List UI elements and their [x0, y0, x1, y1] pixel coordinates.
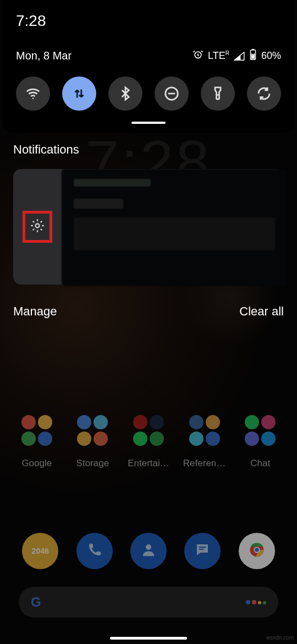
alarm-icon — [193, 49, 204, 63]
date-status-row: Mon, 8 Mar LTER 60% — [3, 33, 294, 71]
folder-chat[interactable]: Chat — [234, 411, 287, 469]
flashlight-toggle[interactable] — [201, 77, 235, 111]
clear-all-button[interactable]: Clear all — [239, 304, 284, 319]
notification-content-blurred — [62, 169, 287, 286]
svg-point-10 — [255, 548, 259, 552]
status-date: Mon, 8 Mar — [16, 50, 72, 62]
app-chrome[interactable] — [239, 533, 275, 569]
folder-reference[interactable]: Referen… — [178, 411, 231, 469]
network-type: LTER — [208, 50, 229, 62]
app-2048[interactable]: 2048 — [22, 533, 58, 569]
person-icon — [140, 542, 157, 560]
app-messages[interactable] — [184, 533, 221, 569]
battery-percentage: 60% — [261, 50, 281, 62]
status-icons: LTER 60% — [193, 48, 281, 63]
message-icon — [194, 542, 211, 560]
manage-button[interactable]: Manage — [13, 304, 57, 319]
assistant-icon[interactable] — [246, 600, 266, 604]
app-contacts[interactable] — [130, 533, 167, 569]
notification-shade: 7:28 Mon, 8 Mar LTER 60% — [3, 0, 294, 133]
bluetooth-toggle[interactable] — [108, 77, 142, 111]
shade-drag-handle[interactable] — [131, 122, 166, 124]
chrome-icon — [249, 542, 265, 560]
notification-card[interactable] — [13, 169, 284, 285]
phone-icon — [86, 542, 103, 560]
folder-google[interactable]: Google — [10, 411, 63, 469]
dnd-toggle[interactable] — [155, 77, 189, 111]
gear-icon — [30, 218, 45, 236]
svg-point-4 — [32, 98, 34, 100]
home-folders-row: Google Storage Entertai… Referen… Chat — [0, 411, 297, 469]
search-bar[interactable]: G — [19, 587, 278, 618]
svg-point-7 — [146, 544, 151, 550]
google-logo-icon: G — [31, 594, 41, 610]
autorotate-toggle[interactable] — [247, 77, 281, 111]
status-time: 7:28 — [3, 0, 294, 33]
svg-rect-2 — [252, 49, 254, 50]
quick-settings-row — [3, 71, 294, 121]
dock: 2048 — [0, 533, 297, 569]
folder-storage[interactable]: Storage — [66, 411, 119, 469]
notification-actions: Manage Clear all — [0, 285, 297, 323]
battery-icon — [249, 48, 257, 63]
signal-icon — [234, 52, 245, 61]
wifi-toggle[interactable] — [16, 77, 50, 111]
mobile-data-toggle[interactable] — [62, 77, 96, 111]
folder-entertainment[interactable]: Entertai… — [122, 411, 175, 469]
watermark: wsxdn.com — [266, 635, 294, 641]
app-phone[interactable] — [76, 533, 113, 569]
svg-point-6 — [36, 224, 40, 228]
notifications-header: Notifications — [13, 143, 284, 157]
notification-settings-button-highlighted[interactable] — [23, 211, 52, 243]
gesture-nav-handle[interactable] — [110, 637, 187, 640]
